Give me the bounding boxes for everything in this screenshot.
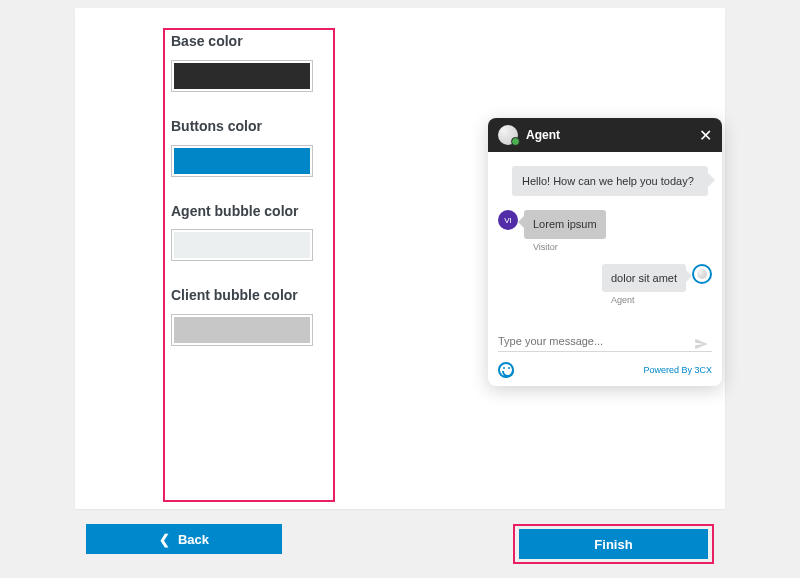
powered-by-link[interactable]: Powered By 3CX [643,365,712,375]
greeting-bubble: Hello! How can we help you today? [512,166,708,196]
chat-footer: Powered By 3CX [488,356,722,386]
chevron-left-icon: ❮ [159,532,170,547]
wizard-card: Base color Buttons color Agent bubble co… [75,8,725,509]
emoji-icon[interactable] [498,362,514,378]
back-button[interactable]: ❮ Back [86,524,282,554]
agent-avatar-icon [692,264,712,284]
agent-avatar-icon [498,125,518,145]
visitor-avatar-icon: VI [498,210,518,230]
agent-sender-label: Agent [611,295,662,305]
wizard-nav: ❮ Back Finish [86,524,714,558]
settings-highlight [163,28,335,502]
agent-bubble: dolor sit amet [602,264,686,292]
back-button-label: Back [178,532,209,547]
close-icon[interactable]: ✕ [699,126,712,145]
send-icon[interactable] [694,337,708,354]
chat-header: Agent ✕ [488,118,722,152]
chat-input-row [488,323,722,356]
chat-preview: Agent ✕ Hello! How can we help you today… [488,118,722,386]
visitor-message-row: VI Lorem ipsum Visitor [498,210,712,251]
finish-button[interactable]: Finish [519,529,708,559]
agent-message-row: dolor sit amet Agent [498,264,712,305]
chat-header-title: Agent [526,128,699,142]
visitor-bubble: Lorem ipsum [524,210,606,238]
finish-highlight: Finish [513,524,714,564]
chat-body: Hello! How can we help you today? VI Lor… [488,152,722,323]
finish-button-label: Finish [594,537,632,552]
visitor-sender-label: Visitor [533,242,582,252]
message-input[interactable] [498,331,712,352]
